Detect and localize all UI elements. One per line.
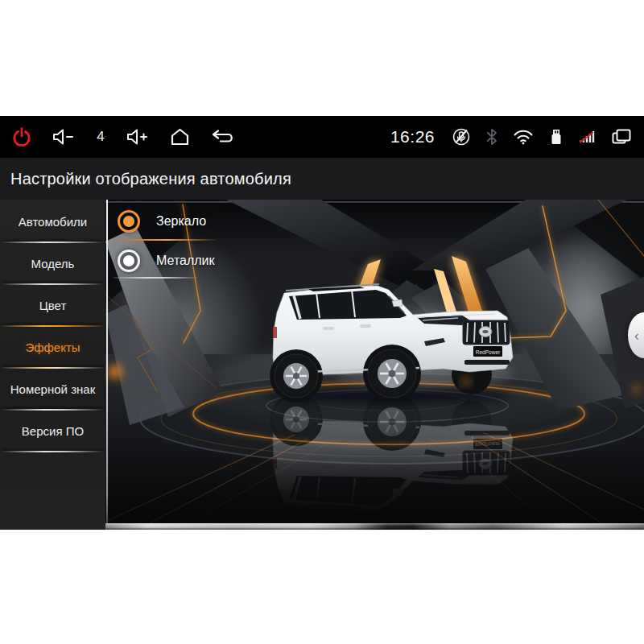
radio-metallic[interactable]	[118, 250, 140, 272]
radio-dot	[123, 216, 134, 227]
status-bar: 4 16:26	[0, 116, 644, 158]
mic-muted-icon	[451, 126, 472, 147]
clock: 16:26	[390, 127, 435, 147]
sidebar-item-model[interactable]: Модель	[0, 243, 105, 283]
power-button[interactable]	[11, 126, 32, 147]
home-button[interactable]	[169, 127, 191, 147]
sidebar-item-software-version[interactable]: Версия ПО	[0, 411, 105, 451]
sidebar: Автомобили Модель Цвет Эффекты Номерной …	[0, 200, 105, 530]
volume-level: 4	[95, 129, 106, 145]
option-label: Зеркало	[156, 214, 206, 229]
option-metallic[interactable]: Металлик	[118, 250, 215, 272]
bluetooth-icon	[485, 127, 499, 147]
option-divider	[113, 277, 198, 279]
radio-mirror[interactable]	[118, 210, 140, 233]
option-divider	[113, 239, 217, 241]
back-button[interactable]	[210, 127, 236, 147]
radio-dot	[123, 255, 134, 266]
floor-edge-strip	[105, 523, 644, 530]
recent-apps-button[interactable]	[610, 127, 633, 147]
panel-separator-line	[106, 200, 108, 530]
sidebar-item-cars[interactable]: Автомобили	[0, 201, 105, 242]
sidebar-item-license-plate[interactable]: Номерной знак	[0, 369, 105, 409]
signal-strength-icon	[578, 128, 597, 146]
sidebar-item-color[interactable]: Цвет	[0, 285, 105, 325]
option-label: Металлик	[156, 254, 215, 268]
volume-down-button[interactable]	[52, 127, 76, 147]
floor-vignette	[105, 449, 644, 530]
sidebar-item-effects[interactable]: Эффекты	[0, 327, 105, 367]
page-title: Настройки отображения автомобиля	[10, 170, 291, 188]
usb-storage-icon	[547, 127, 565, 147]
divider	[2, 451, 104, 452]
volume-up-button[interactable]	[126, 127, 150, 147]
chevron-left-icon: ‹	[634, 328, 639, 343]
head-unit-screen: 4 16:26	[0, 116, 644, 530]
title-bar: Настройки отображения автомобиля	[0, 158, 644, 200]
wifi-icon	[512, 128, 535, 146]
car-viewport[interactable]: RedPower	[105, 200, 644, 530]
option-mirror[interactable]: Зеркало	[118, 210, 206, 233]
